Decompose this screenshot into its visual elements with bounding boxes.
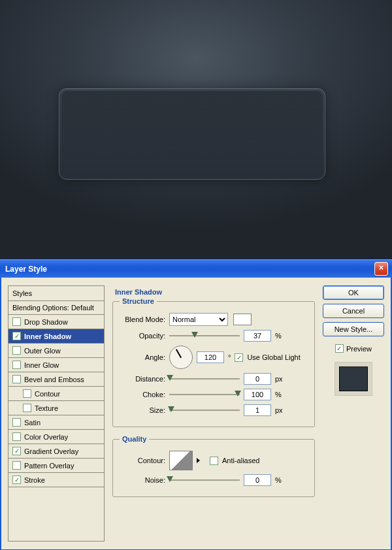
style-checkbox[interactable] [23, 404, 31, 412]
style-row-drop-shadow[interactable]: Drop Shadow [8, 315, 104, 329]
choke-row: Choke: 100 % [120, 389, 308, 400]
noise-row: Noise: 0 % [120, 474, 308, 486]
style-label: Color Overlay [24, 433, 68, 441]
settings-panel: Inner Shadow Structure Blend Mode: Norma… [112, 285, 315, 542]
close-button[interactable]: × [374, 262, 388, 276]
quality-legend: Quality [120, 435, 149, 443]
search-bar-shape [59, 88, 325, 180]
noise-unit: % [275, 476, 282, 484]
opacity-label: Opacity: [120, 332, 165, 340]
distance-unit: px [275, 375, 283, 383]
style-label: Pattern Overlay [24, 462, 74, 470]
style-label: Outer Glow [24, 347, 61, 355]
styles-header[interactable]: Styles [8, 286, 104, 301]
styles-header-label: Styles [12, 289, 32, 297]
style-checkbox[interactable]: ✓ [12, 447, 21, 455]
style-checkbox[interactable] [12, 361, 21, 369]
noise-value[interactable]: 0 [244, 474, 271, 486]
style-label: Satin [24, 419, 41, 427]
use-global-light-checkbox[interactable]: ✓ [235, 353, 243, 362]
cancel-button[interactable]: Cancel [323, 304, 384, 318]
noise-label: Noise: [120, 476, 165, 484]
new-style-button[interactable]: New Style... [323, 322, 384, 336]
use-global-light-label: Use Global Light [247, 353, 300, 361]
shadow-color-swatch[interactable] [233, 314, 252, 325]
style-label: Gradient Overlay [24, 447, 78, 455]
choke-value[interactable]: 100 [244, 389, 271, 400]
style-label: Inner Glow [24, 361, 59, 369]
choke-slider[interactable] [169, 390, 240, 399]
angle-degree: ° [228, 353, 231, 361]
anti-aliased-label: Anti-aliased [222, 457, 259, 464]
preview-swatch [335, 362, 372, 396]
size-row: Size: 1 px [120, 404, 308, 416]
style-checkbox[interactable] [12, 346, 21, 355]
contour-label: Contour: [120, 457, 165, 464]
style-label: Inner Shadow [24, 332, 71, 340]
style-row-inner-glow[interactable]: Inner Glow [8, 358, 104, 372]
blend-mode-select[interactable]: Normal [169, 313, 228, 326]
design-canvas [0, 0, 392, 259]
noise-slider[interactable] [169, 476, 240, 485]
size-slider[interactable] [169, 406, 240, 415]
style-row-satin[interactable]: Satin [8, 415, 104, 430]
opacity-value[interactable]: 37 [244, 330, 271, 342]
style-checkbox[interactable]: ✓ [12, 476, 21, 484]
style-row-pattern-overlay[interactable]: Pattern Overlay [8, 459, 104, 473]
angle-dial[interactable] [169, 346, 193, 369]
size-label: Size: [120, 406, 165, 414]
preview-checkbox[interactable]: ✓ [335, 344, 344, 353]
opacity-slider[interactable] [169, 331, 240, 340]
preview-label: Preview [346, 345, 372, 353]
structure-legend: Structure [120, 297, 157, 305]
blending-options-row[interactable]: Blending Options: Default [8, 301, 104, 315]
style-label: Stroke [24, 476, 45, 484]
distance-label: Distance: [120, 375, 165, 383]
contour-picker[interactable] [169, 451, 193, 470]
style-row-bevel-and-emboss[interactable]: Bevel and Emboss [8, 372, 104, 387]
distance-slider[interactable] [169, 374, 240, 383]
style-checkbox[interactable] [12, 432, 21, 441]
style-label: Drop Shadow [24, 318, 68, 326]
style-row-contour[interactable]: Contour [8, 387, 104, 401]
style-row-outer-glow[interactable]: Outer Glow [8, 344, 104, 358]
style-label: Bevel and Emboss [24, 376, 84, 383]
preview-row: ✓ Preview [323, 344, 384, 353]
opacity-unit: % [275, 332, 282, 340]
ok-button[interactable]: OK [323, 285, 384, 300]
style-checkbox[interactable]: ✓ [12, 332, 21, 340]
style-checkbox[interactable] [12, 375, 21, 383]
angle-row: Angle: 120 ° ✓ Use Global Light [120, 346, 308, 369]
style-row-gradient-overlay[interactable]: ✓Gradient Overlay [8, 444, 104, 459]
style-checkbox[interactable] [12, 317, 21, 326]
style-label: Texture [35, 404, 58, 412]
styles-panel: Styles Blending Options: Default Drop Sh… [8, 285, 105, 542]
blending-options-label: Blending Options: Default [12, 304, 94, 312]
quality-group: Quality Contour: Anti-aliased Noise: 0 % [112, 435, 315, 497]
section-title: Inner Shadow [115, 288, 315, 296]
anti-aliased-checkbox[interactable] [210, 457, 218, 465]
chevron-down-icon [197, 458, 200, 463]
preview-thumbnail [339, 366, 368, 391]
choke-unit: % [275, 391, 282, 398]
style-checkbox[interactable] [12, 418, 21, 427]
blend-mode-label: Blend Mode: [120, 315, 165, 323]
angle-value[interactable]: 120 [197, 351, 224, 363]
layer-style-dialog: Layer Style × Styles Blending Options: D… [0, 259, 392, 550]
distance-value[interactable]: 0 [244, 373, 271, 385]
dialog-buttons: OK Cancel New Style... ✓ Preview [323, 285, 384, 542]
close-icon: × [379, 263, 384, 272]
structure-group: Structure Blend Mode: Normal Opacity: 37… [112, 297, 315, 427]
dialog-client: Styles Blending Options: Default Drop Sh… [0, 278, 392, 550]
style-row-inner-shadow[interactable]: ✓Inner Shadow [8, 329, 104, 344]
style-checkbox[interactable] [23, 389, 31, 398]
size-value[interactable]: 1 [244, 404, 271, 416]
opacity-row: Opacity: 37 % [120, 330, 308, 342]
style-checkbox[interactable] [12, 461, 21, 470]
dialog-title: Layer Style [5, 265, 47, 274]
dialog-titlebar[interactable]: Layer Style × [0, 259, 392, 278]
style-row-texture[interactable]: Texture [8, 401, 104, 415]
style-row-color-overlay[interactable]: Color Overlay [8, 430, 104, 444]
style-row-stroke[interactable]: ✓Stroke [8, 473, 104, 487]
angle-label: Angle: [120, 353, 165, 361]
